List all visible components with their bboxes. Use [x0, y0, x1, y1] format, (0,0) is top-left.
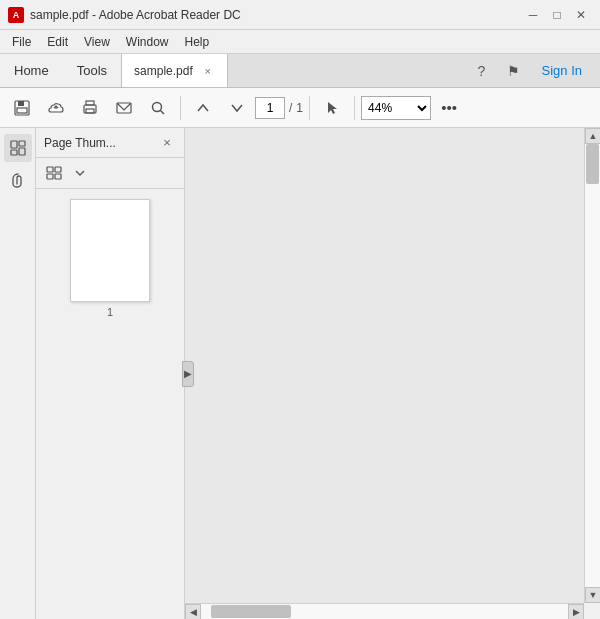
svg-line-9 [161, 110, 165, 114]
panel-title: Page Thum... [44, 136, 116, 150]
search-button[interactable] [142, 92, 174, 124]
page-down-button[interactable] [221, 92, 253, 124]
zoom-select[interactable]: 44% 50% 75% 100% 125% 150% [361, 96, 431, 120]
search-icon [149, 99, 167, 117]
svg-rect-1 [18, 101, 24, 106]
page-up-button[interactable] [187, 92, 219, 124]
svg-rect-13 [19, 148, 25, 155]
panel-chevron-button[interactable] [68, 162, 92, 184]
scroll-left-button[interactable]: ◀ [185, 604, 201, 619]
notification-button[interactable]: ⚑ [500, 57, 528, 85]
email-icon [115, 99, 133, 117]
tab-pdf-label: sample.pdf [134, 64, 193, 78]
print-button[interactable] [74, 92, 106, 124]
app-icon: A [8, 7, 24, 23]
svg-rect-16 [47, 174, 53, 179]
menu-bar: File Edit View Window Help [0, 30, 600, 54]
up-arrow-icon [196, 101, 210, 115]
menu-help[interactable]: Help [177, 33, 218, 51]
scroll-thumb-vertical[interactable] [586, 144, 599, 184]
menu-window[interactable]: Window [118, 33, 177, 51]
tab-close-button[interactable]: × [201, 64, 215, 78]
page-thumbnail [70, 199, 150, 302]
print-icon [81, 99, 99, 117]
window-controls: ─ □ ✕ [522, 4, 592, 26]
cursor-icon [324, 100, 340, 116]
tab-bar: Home Tools sample.pdf × ? ⚑ Sign In [0, 54, 600, 88]
scroll-right-button[interactable]: ▶ [568, 604, 584, 619]
svg-rect-2 [17, 108, 27, 113]
pages-icon [10, 140, 26, 156]
window-title: sample.pdf - Adobe Acrobat Reader DC [30, 8, 241, 22]
chevron-down-icon [75, 169, 85, 177]
help-button[interactable]: ? [468, 57, 496, 85]
menu-file[interactable]: File [4, 33, 39, 51]
save-button[interactable] [6, 92, 38, 124]
email-button[interactable] [108, 92, 140, 124]
menu-edit[interactable]: Edit [39, 33, 76, 51]
scroll-down-button[interactable]: ▼ [585, 587, 600, 603]
minimize-button[interactable]: ─ [522, 4, 544, 26]
panel-toolbar [36, 158, 184, 189]
panel-view-options-button[interactable] [42, 162, 66, 184]
svg-rect-6 [86, 109, 94, 113]
title-bar: A sample.pdf - Adobe Acrobat Reader DC ─… [0, 0, 600, 30]
cloud-button[interactable] [40, 92, 72, 124]
grid-icon [46, 166, 62, 180]
scroll-thumb-horizontal[interactable] [211, 605, 291, 618]
panel-close-button[interactable]: × [158, 134, 176, 152]
scroll-track-horizontal[interactable] [201, 604, 568, 619]
panel-content: Page Thum... × [36, 128, 184, 619]
attachments-icon-button[interactable] [4, 166, 32, 194]
thumbnails-area: 1 [36, 189, 184, 619]
svg-rect-10 [11, 141, 17, 148]
tab-spacer [228, 54, 460, 87]
left-panel: Page Thum... × [0, 128, 185, 619]
scroll-corner [584, 603, 600, 619]
svg-rect-15 [55, 167, 61, 172]
tab-pdf[interactable]: sample.pdf × [121, 54, 228, 87]
document-area: ▲ ▼ ◀ ▶ [185, 128, 600, 619]
toolbar-separator-3 [354, 96, 355, 120]
scroll-track-vertical[interactable] [585, 144, 600, 587]
more-options-icon: ••• [441, 99, 457, 116]
cloud-icon [47, 99, 65, 117]
svg-rect-12 [19, 141, 25, 146]
page-separator: / [289, 101, 292, 115]
svg-point-8 [153, 102, 162, 111]
svg-rect-14 [47, 167, 53, 172]
tab-tools[interactable]: Tools [63, 54, 121, 87]
thumbnail-page-1[interactable]: 1 [70, 199, 150, 318]
vertical-scrollbar[interactable]: ▲ ▼ [584, 128, 600, 603]
toolbar: / 1 44% 50% 75% 100% 125% 150% ••• [0, 88, 600, 128]
page-total: 1 [296, 101, 303, 115]
tab-right-actions: ? ⚑ Sign In [460, 54, 600, 87]
svg-rect-11 [11, 150, 17, 155]
close-button[interactable]: ✕ [570, 4, 592, 26]
svg-rect-17 [55, 174, 61, 179]
scroll-up-button[interactable]: ▲ [585, 128, 600, 144]
sign-in-button[interactable]: Sign In [532, 59, 592, 82]
toolbar-separator-1 [180, 96, 181, 120]
main-content: Page Thum... × [0, 128, 600, 619]
page-navigation: / 1 [255, 97, 303, 119]
maximize-button[interactable]: □ [546, 4, 568, 26]
save-icon [13, 99, 31, 117]
more-options-button[interactable]: ••• [433, 92, 465, 124]
cursor-tool-button[interactable] [316, 92, 348, 124]
horizontal-scrollbar[interactable]: ◀ ▶ [185, 603, 584, 619]
thumbnails-icon-button[interactable] [4, 134, 32, 162]
menu-view[interactable]: View [76, 33, 118, 51]
sidebar-icons [0, 128, 36, 619]
attachment-icon [11, 172, 25, 188]
panel-header: Page Thum... × [36, 128, 184, 158]
panel-collapse-arrow[interactable]: ▶ [182, 361, 194, 387]
toolbar-separator-2 [309, 96, 310, 120]
svg-rect-5 [86, 101, 94, 105]
down-arrow-icon [230, 101, 244, 115]
thumbnail-label: 1 [107, 306, 113, 318]
page-number-input[interactable] [255, 97, 285, 119]
tab-home[interactable]: Home [0, 54, 63, 87]
